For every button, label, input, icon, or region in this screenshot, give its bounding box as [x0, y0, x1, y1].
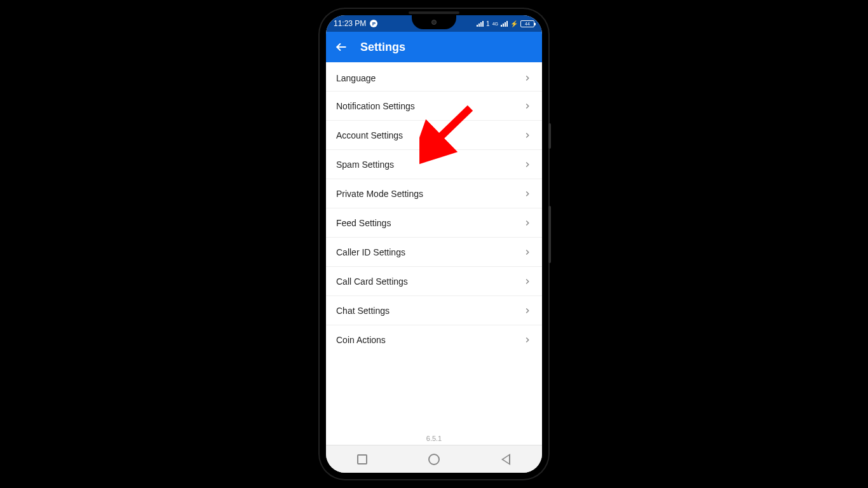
phone-side-button [548, 123, 551, 149]
front-camera-icon [431, 20, 437, 25]
nav-recent-button[interactable] [349, 447, 375, 472]
arrow-left-icon [335, 41, 348, 53]
triangle-icon [501, 454, 510, 465]
signal-icon-2 [501, 20, 508, 27]
settings-item-account[interactable]: Account Settings [326, 121, 542, 150]
phone-speaker-slot [409, 11, 459, 14]
list-item-label: Coin Actions [336, 335, 386, 345]
settings-item-notification[interactable]: Notification Settings [326, 92, 542, 121]
chevron-right-icon [523, 160, 532, 169]
nav-back-button[interactable] [493, 447, 519, 472]
chevron-right-icon [523, 102, 532, 111]
app-bar: Settings [326, 32, 542, 62]
list-item-label: Private Mode Settings [336, 189, 423, 199]
settings-item-language[interactable]: Language [326, 62, 542, 92]
status-time: 11:23 PM [334, 19, 366, 28]
chevron-right-icon [523, 131, 532, 140]
chevron-right-icon [523, 219, 532, 227]
network-type-label: 4G [492, 22, 498, 26]
chevron-right-icon [523, 248, 532, 257]
list-item-label: Feed Settings [336, 218, 391, 228]
list-item-label: Notification Settings [336, 101, 415, 111]
settings-item-private-mode[interactable]: Private Mode Settings [326, 179, 542, 208]
square-icon [357, 454, 367, 464]
circle-icon [428, 454, 440, 465]
phone-notch [412, 15, 456, 29]
settings-item-call-card[interactable]: Call Card Settings [326, 267, 542, 296]
chevron-right-icon [523, 189, 532, 198]
status-left: 11:23 PM P [334, 19, 377, 28]
charging-icon: ⚡ [510, 20, 518, 27]
settings-item-spam[interactable]: Spam Settings [326, 150, 542, 179]
page-title: Settings [360, 41, 405, 54]
settings-item-chat[interactable]: Chat Settings [326, 296, 542, 325]
chevron-right-icon [523, 277, 532, 286]
battery-icon: 44 [520, 20, 534, 27]
version-label: 6.5.1 [326, 431, 542, 445]
back-button[interactable] [335, 41, 348, 53]
nav-home-button[interactable] [421, 447, 447, 472]
settings-list: Language Notification Settings Account S… [326, 62, 542, 431]
list-item-label: Language [336, 73, 376, 83]
volte-icon: 1 [486, 20, 490, 27]
chevron-right-icon [523, 336, 532, 344]
list-item-label: Call Card Settings [336, 276, 408, 287]
list-item-label: Account Settings [336, 130, 403, 140]
settings-item-feed[interactable]: Feed Settings [326, 208, 542, 238]
list-item-label: Caller ID Settings [336, 247, 405, 257]
system-nav-bar [326, 445, 542, 473]
chevron-right-icon [523, 74, 532, 83]
phone-volume-button [548, 206, 551, 263]
settings-item-caller-id[interactable]: Caller ID Settings [326, 238, 542, 267]
phone-screen: 11:23 PM P 1 4G ⚡ 44 Settings Language [326, 15, 542, 473]
signal-icon [477, 20, 484, 27]
phone-frame: 11:23 PM P 1 4G ⚡ 44 Settings Language [320, 9, 548, 479]
powerpoint-notification-icon: P [370, 20, 377, 27]
settings-item-coin-actions[interactable]: Coin Actions [326, 325, 542, 355]
list-item-label: Chat Settings [336, 306, 390, 316]
list-item-label: Spam Settings [336, 159, 394, 170]
chevron-right-icon [523, 306, 532, 315]
status-right: 1 4G ⚡ 44 [477, 20, 534, 27]
